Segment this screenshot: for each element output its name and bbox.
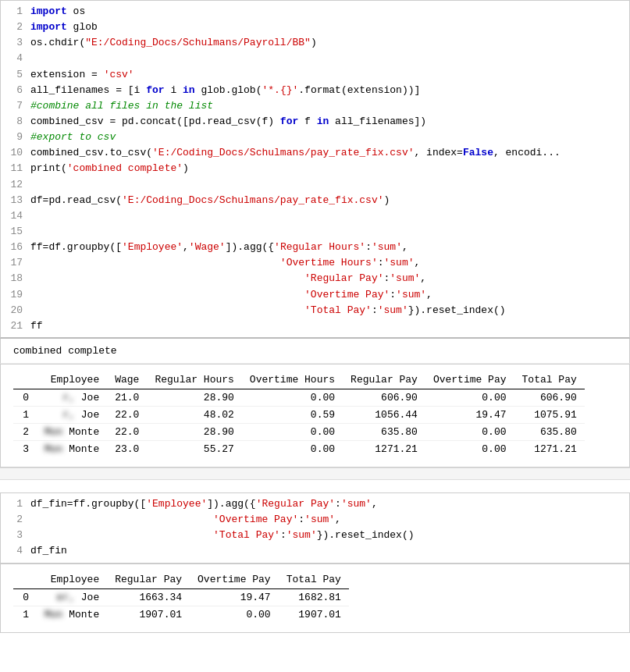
table-header: Overtime Hours	[242, 371, 343, 389]
code-line: 4df_fin	[1, 543, 629, 559]
line-content: import glob	[30, 20, 629, 35]
line-number: 2	[1, 20, 30, 35]
row-index: 3	[13, 440, 37, 457]
line-number: 9	[1, 130, 30, 145]
data-cell: 606.90	[514, 389, 585, 406]
line-content: 'Total Pay':'sum'}).reset_index()	[30, 303, 629, 318]
data-cell: 1663.34	[107, 588, 190, 606]
code-line: 16ff=df.groupby(['Employee','Wage']).agg…	[1, 240, 629, 255]
code-line: 17 'Overtime Hours':'sum',	[1, 255, 629, 271]
code-line: 6all_filenames = [i for i in glob.glob('…	[1, 83, 629, 98]
table-header	[13, 571, 37, 589]
data-cell: 21.0	[107, 389, 147, 406]
code-block-1: 1import os2import glob3os.chdir("E:/Codi…	[0, 0, 630, 339]
data-cell: 1075.91	[514, 406, 585, 423]
line-number: 2	[1, 512, 30, 528]
code-line: 21ff	[1, 318, 629, 334]
table-header: Wage	[107, 371, 147, 389]
code-line: 14	[1, 208, 629, 224]
data-cell: 1271.21	[343, 440, 425, 457]
data-cell: 48.02	[147, 406, 241, 423]
employee-cell: Mon Monte	[37, 606, 107, 623]
line-number: 14	[1, 208, 30, 224]
line-content: #combine all files in the list	[30, 98, 629, 114]
row-index: 2	[13, 423, 37, 440]
code-line: 3os.chdir("E:/Coding_Docs/Schulmans/Payr…	[1, 35, 629, 51]
data-cell: 28.90	[147, 423, 241, 440]
dataframe-2: EmployeeRegular PayOvertime PayTotal Pay…	[0, 564, 630, 633]
data-cell: 1056.44	[343, 406, 425, 423]
code-line: 2import glob	[1, 20, 629, 35]
code-line: 1import os	[1, 4, 629, 20]
line-number: 19	[1, 287, 30, 303]
line-number: 1	[1, 496, 30, 512]
data-cell: 19.47	[425, 406, 514, 423]
line-number: 4	[1, 51, 30, 66]
data-cell: 1682.81	[279, 588, 349, 606]
data-cell: 0.59	[242, 406, 343, 423]
row-index: 1	[13, 406, 37, 423]
employee-cell: Mon Monte	[37, 423, 107, 440]
table-header: Employee	[37, 571, 107, 589]
table-row: 1r, Joe22.048.020.591056.4419.471075.91	[13, 406, 585, 423]
line-content: all_filenames = [i for i in glob.glob('*…	[30, 83, 629, 98]
table-row: 3Mon Monte23.055.270.001271.210.001271.2…	[13, 440, 585, 457]
line-content: 'Total Pay':'sum'}).reset_index()	[30, 528, 629, 543]
code-line: 13df=pd.read_csv('E:/Coding_Docs/Schulma…	[1, 193, 629, 208]
data-cell: 0.00	[242, 389, 343, 406]
line-number: 6	[1, 83, 30, 98]
line-content: df_fin	[30, 543, 629, 559]
code-block-2: 1df_fin=ff.groupby(['Employee']).agg({'R…	[0, 492, 630, 564]
line-number: 11	[1, 161, 30, 176]
code-line: 10combined_csv.to_csv('E:/Coding_Docs/Sc…	[1, 145, 629, 161]
line-content: df=pd.read_csv('E:/Coding_Docs/Schulmans…	[30, 193, 629, 208]
data-cell: 0.00	[190, 606, 279, 623]
data-cell: 0.00	[425, 440, 514, 457]
data-cell: 19.47	[190, 588, 279, 606]
table-header	[13, 371, 37, 389]
code-line: 20 'Total Pay':'sum'}).reset_index()	[1, 303, 629, 318]
table-header: Total Pay	[279, 571, 349, 589]
line-number: 17	[1, 255, 30, 271]
code-line: 9#export to csv	[1, 130, 629, 145]
table-row: 1Mon Monte1907.010.001907.01	[13, 606, 349, 623]
line-content: df_fin=ff.groupby(['Employee']).agg({'Re…	[30, 496, 629, 512]
code-line: 2 'Overtime Pay':'sum',	[1, 512, 629, 528]
data-cell: 23.0	[107, 440, 147, 457]
line-number: 4	[1, 543, 30, 559]
code-line: 1df_fin=ff.groupby(['Employee']).agg({'R…	[1, 496, 629, 512]
output-label-1: combined complete	[13, 345, 117, 357]
line-number: 10	[1, 145, 30, 161]
line-content: extension = 'csv'	[30, 67, 629, 83]
line-number: 16	[1, 240, 30, 255]
data-cell: 635.80	[514, 423, 585, 440]
employee-cell: er, Joe	[37, 588, 107, 606]
table-header: Overtime Pay	[425, 371, 514, 389]
employee-cell: r, Joe	[37, 389, 107, 406]
employee-cell: Mon Monte	[37, 440, 107, 457]
line-number: 18	[1, 271, 30, 286]
line-content: os.chdir("E:/Coding_Docs/Schulmans/Payro…	[30, 35, 629, 51]
data-cell: 635.80	[343, 423, 425, 440]
data-cell: 0.00	[242, 440, 343, 457]
code-line: 4	[1, 51, 629, 66]
line-content: combined_csv = pd.concat([pd.read_csv(f)…	[30, 114, 629, 130]
line-number: 20	[1, 303, 30, 318]
table-header: Regular Pay	[343, 371, 425, 389]
dataframe-1: EmployeeWageRegular HoursOvertime HoursR…	[0, 364, 630, 468]
line-content: import os	[30, 4, 629, 20]
line-content: combined_csv.to_csv('E:/Coding_Docs/Schu…	[30, 145, 629, 161]
line-number: 5	[1, 67, 30, 83]
code-line: 3 'Total Pay':'sum'}).reset_index()	[1, 528, 629, 543]
table-header: Overtime Pay	[190, 571, 279, 589]
table-row: 0er, Joe1663.3419.471682.81	[13, 588, 349, 606]
data-cell: 28.90	[147, 389, 241, 406]
line-number: 3	[1, 35, 30, 51]
line-content: 'Overtime Hours':'sum',	[30, 255, 629, 271]
line-number: 8	[1, 114, 30, 130]
data-cell: 1271.21	[514, 440, 585, 457]
line-number: 7	[1, 98, 30, 114]
code-line: 15	[1, 224, 629, 240]
line-number: 15	[1, 224, 30, 240]
employee-cell: r, Joe	[37, 406, 107, 423]
